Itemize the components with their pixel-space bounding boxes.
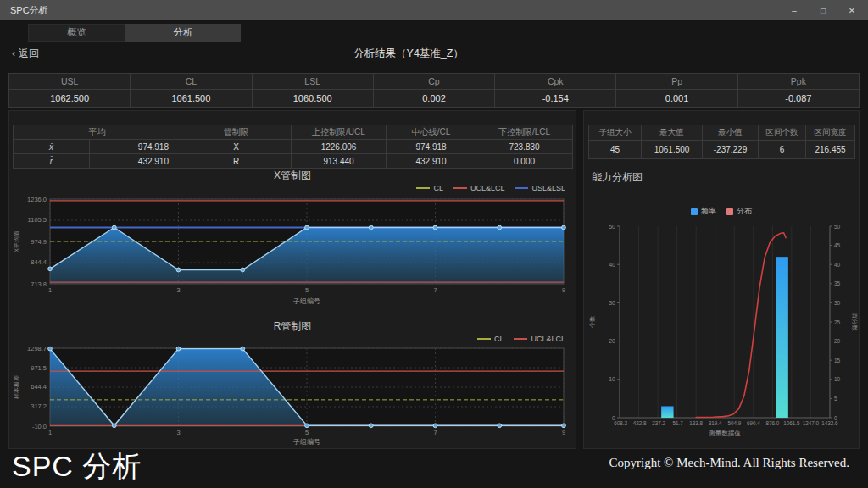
toolbar: ‹返回 分析结果（Y4基准_Z）	[0, 47, 868, 61]
svg-text:644.4: 644.4	[31, 383, 47, 391]
stats-value-max: 1061.500	[642, 141, 703, 159]
chart-svg: 0102030405005101520253035404550-608.3-42…	[586, 216, 859, 443]
svg-text:1432.6: 1432.6	[821, 420, 838, 426]
svg-text:15: 15	[834, 358, 841, 363]
r-control-chart[interactable]: -10.0317.2644.4971.51298.713579子组编号样本极差	[11, 345, 570, 446]
legend-swatch-icon	[514, 338, 527, 340]
chart-svg: -10.0317.2644.4971.51298.713579子组编号样本极差	[11, 345, 570, 446]
svg-text:-237.2: -237.2	[650, 420, 665, 426]
svg-text:-608.3: -608.3	[612, 420, 627, 426]
svg-text:测量数据值: 测量数据值	[709, 430, 741, 437]
stats-value-bin-width: 216.455	[806, 141, 855, 159]
chevron-left-icon: ‹	[12, 47, 15, 59]
svg-text:个数: 个数	[589, 315, 595, 328]
svg-text:1: 1	[48, 286, 52, 294]
r-ucl: 913.440	[292, 154, 387, 169]
tab-bar: 概览 分析	[28, 24, 241, 42]
svg-text:X平均值: X平均值	[14, 230, 19, 252]
svg-text:20: 20	[834, 338, 841, 344]
stats-header-bin-width: 区间宽度	[806, 125, 855, 141]
legend-label: UCL&LCL	[531, 335, 565, 343]
metric-value-cl: 1061.500	[131, 90, 252, 108]
r-chart-legend: CLUCL&LCL	[477, 335, 565, 343]
maximize-icon[interactable]: □	[817, 6, 829, 15]
legend-swatch-icon	[477, 338, 491, 340]
legend-item[interactable]: UCL&LCL	[453, 184, 505, 192]
stats-header-bin-count: 区间个数	[759, 125, 806, 141]
tab-analysis[interactable]: 分析	[125, 24, 241, 42]
stats-header-subgroup-size: 子组大小	[589, 125, 642, 141]
svg-text:3: 3	[176, 286, 180, 294]
stats-value-min: -237.229	[703, 141, 759, 159]
legend-item[interactable]: CL	[477, 335, 504, 343]
table-row: 45 1061.500 -237.229 6 216.455	[589, 141, 855, 159]
svg-text:40: 40	[834, 262, 841, 268]
metric-label-lsl: LSL	[252, 74, 373, 90]
limits-header-lcl: 下控制限/LCL	[476, 125, 573, 140]
r-row-label: R	[181, 154, 292, 169]
svg-text:713.8: 713.8	[31, 280, 47, 288]
legend-item[interactable]: CL	[416, 184, 443, 192]
svg-text:317.2: 317.2	[31, 402, 47, 410]
svg-text:9: 9	[562, 286, 565, 294]
svg-text:876.0: 876.0	[765, 420, 779, 426]
svg-text:-51.7: -51.7	[670, 420, 683, 426]
minimize-icon[interactable]: –	[788, 6, 800, 15]
svg-text:50: 50	[609, 224, 615, 230]
table-row: x̄ 974.918 X 1226.006 974.918 723.830	[14, 140, 573, 154]
legend-label: CL	[494, 335, 504, 343]
x-chart-legend: CLUCL&LCLUSL&LSL	[416, 184, 565, 192]
legend-label: CL	[433, 184, 443, 192]
metric-label-cpk: Cpk	[495, 74, 616, 90]
svg-text:971.5: 971.5	[31, 364, 47, 372]
watermark: SPC 分析	[12, 447, 142, 486]
limits-header-mean: 平均	[14, 125, 181, 140]
svg-text:3: 3	[176, 429, 180, 436]
svg-text:1105.5: 1105.5	[28, 216, 47, 224]
svg-text:5: 5	[834, 396, 837, 402]
svg-text:1247.0: 1247.0	[803, 420, 820, 426]
legend-item[interactable]: UCL&LCL	[514, 335, 565, 343]
window-controls: – □ ✕	[788, 6, 858, 15]
svg-text:45: 45	[834, 242, 841, 248]
limits-header-chart: 管制限	[181, 125, 292, 140]
limits-table: 平均 管制限 上控制限/UCL 中心线/CL 下控制限/LCL x̄ 974.9…	[13, 125, 573, 169]
legend-swatch-icon	[416, 187, 430, 189]
chart-svg: 713.8844.4974.91105.51236.013579子组编号X平均值	[11, 194, 570, 306]
metric-label-usl: USL	[9, 74, 131, 90]
legend-item[interactable]: USL&LSL	[515, 184, 565, 192]
stats-table: 子组大小 最大值 最小值 区间个数 区间宽度 45 1061.500 -237.…	[588, 125, 855, 159]
svg-text:319.4: 319.4	[709, 420, 722, 426]
close-icon[interactable]: ✕	[846, 6, 858, 15]
svg-text:子组编号: 子组编号	[292, 438, 320, 446]
metric-label-cp: Cp	[373, 74, 494, 90]
svg-text:1061.5: 1061.5	[783, 420, 800, 426]
copyright: Copyright © Mech-Mind. All Rights Reserv…	[609, 456, 849, 470]
svg-text:百分数: 百分数	[851, 313, 858, 332]
svg-text:504.9: 504.9	[727, 420, 741, 426]
svg-text:133.8: 133.8	[689, 420, 703, 426]
svg-text:1: 1	[48, 429, 52, 436]
legend-label: UCL&LCL	[470, 184, 505, 192]
svg-text:40: 40	[609, 262, 615, 268]
svg-text:30: 30	[834, 300, 841, 306]
svg-text:35: 35	[834, 280, 841, 286]
tab-overview[interactable]: 概览	[28, 24, 125, 42]
limits-header-cl: 中心线/CL	[387, 125, 476, 140]
x-control-chart[interactable]: 713.8844.4974.91105.51236.013579子组编号X平均值	[11, 194, 570, 306]
back-button[interactable]: ‹返回	[12, 47, 39, 61]
x-chart-title: X管制图	[9, 169, 576, 183]
svg-text:30: 30	[609, 300, 615, 306]
r-chart-title: R管制图	[9, 319, 576, 334]
window-title: SPC分析	[10, 4, 48, 17]
metric-value-lsl: 1060.500	[252, 90, 373, 108]
stats-value-subgroup-size: 45	[589, 141, 642, 159]
metric-value-ppk: -0.087	[737, 90, 859, 108]
table-row: r̄ 432.910 R 913.440 432.910 0.000	[14, 154, 573, 169]
xbar-mean: 974.918	[90, 140, 181, 154]
svg-text:样本极差: 样本极差	[14, 375, 19, 399]
svg-text:1298.7: 1298.7	[27, 345, 47, 352]
back-label: 返回	[19, 47, 39, 59]
control-charts-panel: 平均 管制限 上控制限/UCL 中心线/CL 下控制限/LCL x̄ 974.9…	[8, 110, 576, 449]
capability-chart[interactable]: 0102030405005101520253035404550-608.3-42…	[586, 216, 859, 443]
